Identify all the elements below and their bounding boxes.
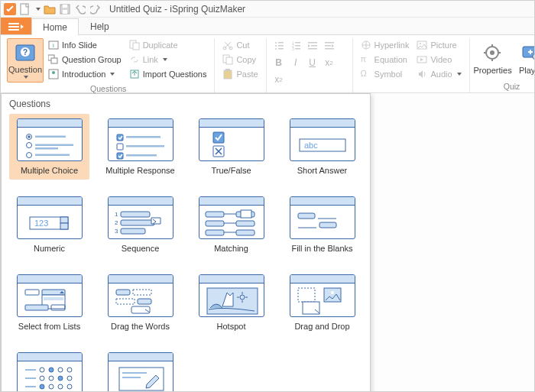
equation-label: Equation (374, 55, 407, 64)
picture-button[interactable]: Picture (413, 38, 464, 52)
svg-rect-31 (278, 48, 284, 50)
numbering-icon[interactable]: 123 (288, 38, 303, 53)
question-button[interactable]: ? Question (7, 38, 44, 83)
italic-icon[interactable]: I (288, 55, 303, 70)
duplicate-button[interactable]: Duplicate (126, 38, 210, 52)
svg-text:3: 3 (292, 47, 294, 51)
paste-label: Paste (236, 70, 258, 79)
indent-icon[interactable] (322, 38, 337, 53)
svg-point-28 (275, 45, 277, 47)
qtype-fill-blanks[interactable]: Fill in the Blanks (282, 192, 362, 258)
svg-point-55 (533, 53, 535, 60)
copy-label: Copy (236, 55, 256, 64)
svg-point-117 (49, 368, 54, 372)
qtype-essay[interactable]: Essay (100, 348, 180, 392)
properties-button[interactable]: Properties (475, 38, 511, 80)
svg-point-116 (40, 368, 44, 372)
chevron-down-icon (457, 73, 462, 76)
question-group-button[interactable]: Question Group (45, 53, 125, 66)
picture-label: Picture (430, 40, 456, 50)
qtype-sequence[interactable]: 123 Sequence (100, 192, 180, 258)
svg-point-46 (420, 43, 421, 44)
qtype-drag-drop[interactable]: Drag and Drop (282, 270, 362, 335)
outdent-icon[interactable] (305, 38, 320, 53)
svg-point-26 (275, 42, 277, 44)
import-icon (129, 69, 140, 79)
svg-rect-97 (319, 222, 336, 228)
undo-icon[interactable] (74, 3, 86, 15)
qlabel: Multiple Choice (21, 166, 78, 175)
chevron-down-icon (110, 73, 115, 76)
save-icon[interactable] (59, 3, 71, 15)
qtype-numeric[interactable]: 123 Numeric (9, 192, 89, 258)
import-questions-button[interactable]: Import Questions (126, 67, 210, 81)
svg-rect-6 (8, 26, 19, 28)
svg-point-128 (58, 384, 63, 389)
tab-help[interactable]: Help (79, 18, 121, 34)
superscript-icon[interactable]: x2 (271, 72, 287, 87)
svg-text:1: 1 (115, 211, 118, 218)
symbol-button[interactable]: Ω Symbol (358, 67, 413, 81)
svg-point-121 (40, 376, 44, 381)
info-slide-button[interactable]: i Info Slide (45, 38, 125, 52)
player-icon (520, 43, 535, 64)
file-tab[interactable] (1, 18, 31, 34)
new-doc-caret[interactable] (36, 8, 41, 11)
subscript-icon[interactable]: x2 (322, 55, 337, 70)
tab-home[interactable]: Home (31, 18, 79, 35)
qtype-true-false[interactable]: True/False (191, 114, 271, 180)
introduction-button[interactable]: Introduction (45, 67, 125, 81)
svg-text:?: ? (23, 48, 28, 57)
svg-text:i: i (53, 42, 54, 49)
chevron-down-icon (163, 58, 167, 61)
hyperlink-button[interactable]: Hyperlink (358, 38, 413, 52)
qtype-matching[interactable]: Matching (191, 192, 271, 258)
qlabel: Drag the Words (111, 322, 170, 331)
redo-icon[interactable] (89, 3, 102, 15)
svg-point-49 (490, 50, 494, 55)
svg-rect-80 (60, 223, 68, 229)
copy-button[interactable]: Copy (219, 53, 261, 66)
svg-rect-24 (224, 70, 232, 79)
qtype-hotspot[interactable]: Hotspot (191, 270, 271, 335)
question-icon: ? (15, 42, 36, 63)
equation-button[interactable]: π Equation (358, 53, 413, 66)
svg-rect-40 (308, 48, 317, 50)
link-button[interactable]: Link (126, 53, 210, 66)
qtype-drag-words[interactable]: Drag the Words (100, 270, 180, 335)
svg-point-127 (49, 384, 54, 389)
svg-point-16 (52, 71, 55, 74)
svg-rect-108 (131, 306, 150, 313)
ribbon-group-questions: ? Question i Info Slide Question Group I… (2, 38, 215, 92)
ribbon-group-clipboard: Cut Copy Paste (215, 38, 266, 92)
cut-icon (222, 40, 233, 50)
cut-button[interactable]: Cut (219, 38, 261, 52)
svg-point-65 (26, 153, 31, 158)
qlabel: Hotspot (217, 322, 246, 331)
bullets-icon[interactable] (271, 38, 287, 53)
qtype-select-lists[interactable]: Select from Lists (9, 270, 89, 335)
svg-point-119 (67, 368, 72, 372)
player-button[interactable]: Player (513, 38, 535, 80)
svg-point-126 (40, 384, 44, 389)
new-doc-icon[interactable] (19, 3, 31, 15)
audio-button[interactable]: Audio (413, 67, 464, 81)
qlabel: Matching (214, 244, 248, 253)
ribbon: ? Question i Info Slide Question Group I… (1, 35, 534, 93)
svg-rect-68 (126, 136, 160, 138)
properties-label: Properties (474, 66, 512, 75)
underline-icon[interactable]: U (305, 55, 320, 70)
video-label: Video (430, 55, 452, 64)
paste-button[interactable]: Paste (219, 67, 261, 81)
video-button[interactable]: Video (413, 53, 464, 66)
open-icon[interactable] (44, 3, 56, 15)
app-icon (4, 3, 16, 15)
qtype-short-answer[interactable]: abc Short Answer (282, 114, 362, 180)
qtype-likert[interactable]: Likert Scale (9, 348, 89, 392)
qtype-multiple-choice[interactable]: Multiple Choice (9, 114, 89, 180)
titlebar: Untitled Quiz - iSpring QuizMaker (1, 1, 534, 18)
bold-icon[interactable]: B (271, 55, 287, 70)
qtype-multiple-response[interactable]: Multiple Response (100, 114, 180, 180)
svg-point-118 (58, 368, 63, 372)
hyperlink-label: Hyperlink (374, 40, 410, 50)
